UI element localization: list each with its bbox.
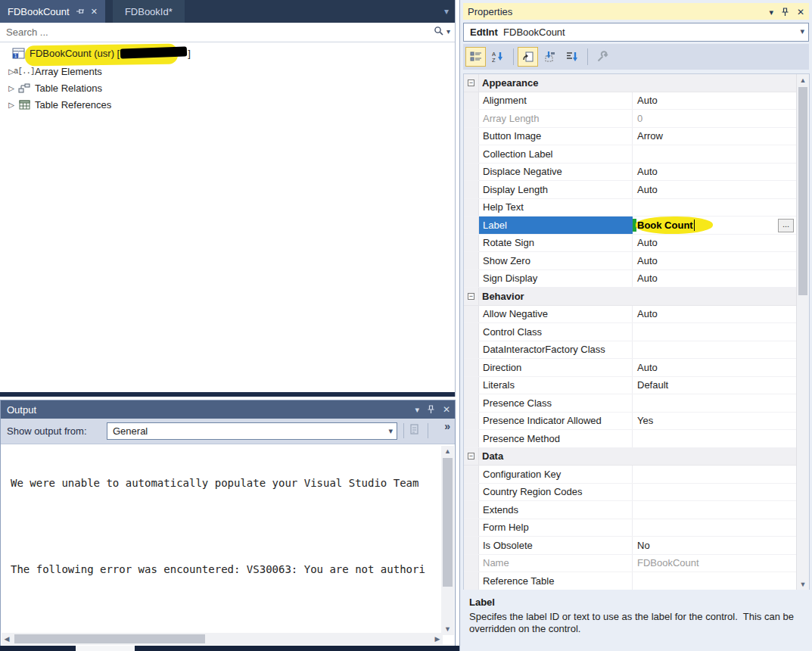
property-row[interactable]: Rotate SignAuto: [464, 235, 798, 253]
property-value-cell[interactable]: [633, 466, 798, 483]
property-name[interactable]: Sign Display: [479, 270, 633, 288]
property-name[interactable]: Form Help: [479, 519, 633, 537]
property-name[interactable]: Allow Negative: [479, 306, 633, 323]
tree-item-table-relations[interactable]: ▷ Table Relations: [0, 79, 455, 96]
tab-fdbookcount[interactable]: FDBookCount ✕: [0, 0, 105, 23]
output-source-select[interactable]: General ▾: [107, 422, 397, 440]
property-name[interactable]: Show Zero: [479, 252, 633, 269]
property-value-cell[interactable]: [633, 430, 798, 447]
pin-icon[interactable]: [427, 405, 435, 414]
property-name[interactable]: Literals: [479, 377, 633, 394]
property-value-cell[interactable]: [633, 501, 798, 519]
property-row[interactable]: Extends: [464, 501, 798, 519]
property-row[interactable]: LabelBook Count...: [464, 216, 798, 235]
property-name[interactable]: Display Length: [479, 181, 633, 198]
property-name[interactable]: Is Obsolete: [479, 537, 633, 554]
property-value-cell[interactable]: Default: [633, 377, 798, 394]
properties-title-bar[interactable]: Properties ▾ ✕: [463, 3, 809, 20]
property-value-cell[interactable]: No: [633, 537, 798, 554]
property-row[interactable]: Control Class: [464, 323, 798, 341]
property-value-cell[interactable]: [633, 145, 798, 163]
property-value-cell[interactable]: Auto: [633, 235, 798, 252]
chevron-down-icon[interactable]: ▾: [800, 26, 804, 36]
chevron-down-icon[interactable]: ▾: [388, 426, 393, 436]
property-row[interactable]: Display LengthAuto: [464, 181, 798, 199]
property-row[interactable]: Presence Method: [464, 430, 798, 448]
search-input[interactable]: Search ...: [6, 26, 48, 38]
property-row[interactable]: Reference Table: [464, 572, 798, 590]
property-value-cell[interactable]: [633, 323, 798, 341]
output-vertical-scrollbar[interactable]: ▲ ▼: [441, 446, 454, 635]
expander-icon[interactable]: ▷: [6, 84, 17, 92]
property-name[interactable]: Reference Table: [479, 572, 633, 590]
property-pages-button[interactable]: [540, 47, 560, 67]
scroll-down-icon[interactable]: ▼: [441, 624, 454, 635]
property-name[interactable]: Button Image: [479, 128, 633, 145]
collapse-icon[interactable]: −: [468, 293, 474, 300]
clear-output-icon[interactable]: [409, 424, 420, 438]
property-value-cell[interactable]: [633, 341, 798, 359]
scroll-right-icon[interactable]: ▶: [432, 633, 443, 645]
window-menu-icon[interactable]: ▾: [769, 8, 773, 17]
property-value-cell[interactable]: Arrow: [633, 128, 798, 145]
output-title-bar[interactable]: Output ▾ ✕: [1, 400, 455, 419]
scroll-down-icon[interactable]: ▼: [797, 578, 809, 590]
tree-item-array-elements[interactable]: ▷ a[..] Array Elements: [0, 63, 455, 79]
property-category-row[interactable]: −Behavior: [464, 288, 798, 306]
pin-icon[interactable]: [76, 7, 85, 16]
property-name[interactable]: Label: [479, 216, 633, 234]
collapse-icon[interactable]: −: [468, 453, 474, 459]
property-row[interactable]: Displace NegativeAuto: [464, 164, 798, 182]
property-name[interactable]: Collection Label: [479, 145, 633, 163]
property-row[interactable]: Allow NegativeAuto: [464, 306, 798, 324]
property-name[interactable]: Direction: [479, 359, 633, 376]
property-row[interactable]: Presence Indicator AllowedYes: [464, 413, 798, 431]
open-editor-button[interactable]: ...: [778, 219, 794, 232]
tab-fdbookid[interactable]: FDBookId*: [113, 0, 185, 23]
property-name[interactable]: Displace Negative: [479, 164, 633, 181]
property-value-cell[interactable]: 0: [633, 110, 798, 127]
property-value-cell[interactable]: Auto: [633, 252, 798, 269]
property-name[interactable]: Help Text: [479, 199, 633, 216]
property-row[interactable]: Is ObsoleteNo: [464, 537, 798, 555]
property-row[interactable]: Sign DisplayAuto: [464, 270, 798, 288]
output-log[interactable]: We were unable to automatically populate…: [2, 444, 440, 633]
close-icon[interactable]: ✕: [91, 7, 98, 17]
property-name[interactable]: Rotate Sign: [479, 235, 633, 252]
property-name[interactable]: Extends: [479, 501, 633, 519]
property-name[interactable]: Alignment: [479, 92, 633, 110]
search-icon[interactable]: [434, 26, 444, 36]
property-value-cell[interactable]: Auto: [633, 92, 798, 110]
tab-list-dropdown-icon[interactable]: ▾: [444, 6, 449, 17]
alphabetical-sort-button[interactable]: AZ: [487, 47, 508, 67]
toolbar-overflow-icon[interactable]: »: [444, 420, 450, 432]
collapse-icon[interactable]: −: [468, 79, 474, 86]
property-value-cell[interactable]: [633, 199, 798, 216]
properties-view-button[interactable]: [518, 47, 538, 67]
property-name[interactable]: Control Class: [479, 323, 633, 341]
output-horizontal-scrollbar[interactable]: ◀ ▶: [2, 633, 443, 645]
categorized-button[interactable]: [465, 47, 486, 67]
property-value-cell[interactable]: Auto: [633, 270, 798, 288]
scroll-up-icon[interactable]: ▲: [797, 74, 809, 86]
sort-button[interactable]: [562, 47, 582, 67]
property-row[interactable]: DataInteractorFactory Class: [464, 341, 798, 360]
property-row[interactable]: Show ZeroAuto: [464, 252, 798, 270]
property-row[interactable]: Configuration Key: [464, 466, 798, 484]
tree-root-row[interactable]: 1 FDBookCount (usr) []: [0, 44, 455, 63]
property-name[interactable]: Configuration Key: [479, 466, 633, 483]
property-row[interactable]: Array Length0: [464, 110, 798, 128]
property-row[interactable]: Button ImageArrow: [464, 128, 798, 146]
close-icon[interactable]: ✕: [797, 7, 804, 17]
close-icon[interactable]: ✕: [443, 404, 450, 415]
property-category-row[interactable]: −Data: [464, 448, 798, 466]
settings-button[interactable]: [592, 47, 612, 67]
property-row[interactable]: DirectionAuto: [464, 359, 798, 377]
property-row[interactable]: NameFDBookCount: [464, 555, 798, 573]
property-value-cell[interactable]: [633, 572, 798, 590]
property-value-cell[interactable]: FDBookCount: [633, 555, 798, 572]
property-name[interactable]: Presence Method: [479, 430, 633, 447]
search-options-dropdown-icon[interactable]: ▾: [446, 27, 450, 36]
property-row[interactable]: Collection Label: [464, 145, 798, 164]
pin-icon[interactable]: [781, 8, 789, 17]
